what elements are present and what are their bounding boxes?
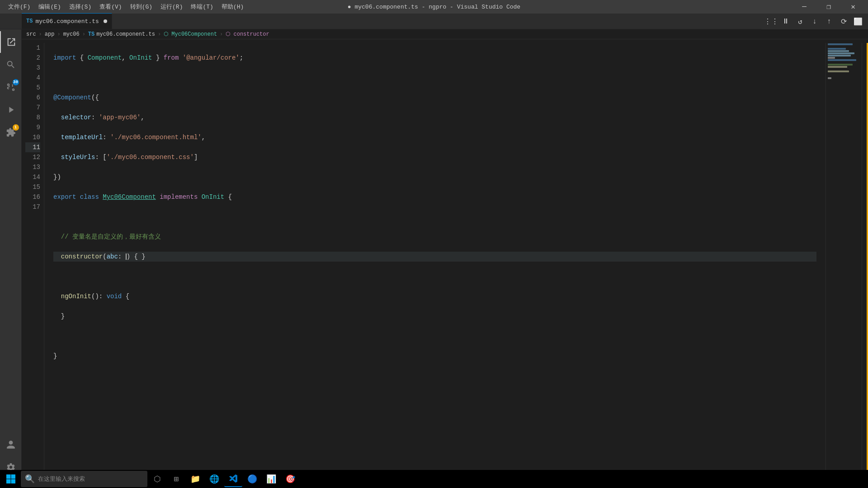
breadcrumb-constructor[interactable]: ⬡ constructor [226,31,269,38]
activity-search[interactable] [0,54,22,75]
activity-source-control[interactable]: 30 [0,76,22,98]
tab-bar: TS myc06.component.ts ⋮⋮ ⏸ ↺ ↓ ↑ ⟳ ⬜ [0,14,868,29]
line-numbers: 1 2 3 4 5 6 7 8 9 10 11 12 13 14 15 16 1 [22,43,44,474]
windows-icon [5,474,16,484]
extra-app-icon: 📊 [266,474,277,484]
code-line-13: ngOnInit(): void { [53,291,816,301]
code-line-16: } [53,351,816,361]
taskbar-cortana[interactable]: ⬡ [148,471,166,487]
menu-run[interactable]: 运行(R) [157,2,186,12]
breadcrumb-app[interactable]: app [45,31,55,38]
editor-tab[interactable]: TS myc06.component.ts [22,13,112,29]
code-line-10: // 变量名是自定义的，最好有含义 [53,232,816,242]
menu-selection[interactable]: 选择(S) [66,2,95,12]
layout-toggle-button[interactable]: ⋮⋮ [765,15,778,28]
red-app-icon: 🎯 [285,474,296,484]
menu-bar: 文件(F) 编辑(E) 选择(S) 查看(V) 转到(G) 运行(R) 终端(T… [5,2,247,12]
code-line-3: @Component({ [53,93,816,103]
code-line-7: }) [53,172,816,182]
taskbar: 🔍 在这里输入来搜索 ⬡ ⊞ 📁 🌐 🔵 📊 🎯 [0,470,868,488]
taskbar-red-app[interactable]: 🎯 [281,471,299,487]
task-view-icon: ⊞ [171,474,182,484]
title-bar: 文件(F) 编辑(E) 选择(S) 查看(V) 转到(G) 运行(R) 终端(T… [0,0,868,14]
menu-file[interactable]: 文件(F) [5,2,34,12]
taskbar-search-icon: 🔍 [24,474,35,484]
menu-edit[interactable]: 编辑(E) [35,2,64,12]
taskbar-file-explorer[interactable]: 📁 [186,471,204,487]
activity-extensions[interactable]: 1 [0,122,22,143]
menu-goto[interactable]: 转到(G) [127,2,156,12]
close-button[interactable]: ✕ [843,0,863,14]
tab-filename: myc06.component.ts [35,18,99,25]
menu-view[interactable]: 查看(V) [96,2,125,12]
code-line-9 [53,212,816,222]
editor-area: src › app › myc06 › TS myc06.component.t… [22,29,868,478]
tab-ts-icon: TS [26,18,33,24]
taskbar-vscode[interactable] [224,471,242,487]
taskbar-extra-app[interactable]: 📊 [262,471,280,487]
taskbar-task-view[interactable]: ⊞ [167,471,185,487]
code-line-12 [53,272,816,282]
right-scrollbar [862,43,868,474]
code-line-11: constructor(abc: ) { } [53,252,816,262]
activity-explorer[interactable] [0,31,22,53]
menu-terminal[interactable]: 终端(T) [187,2,217,12]
breadcrumb: src › app › myc06 › TS myc06.component.t… [22,29,868,39]
breadcrumb-ts[interactable]: TS [88,31,94,38]
code-line-4: selector: 'app-myc06', [53,113,816,122]
chrome-icon: 🔵 [247,474,258,484]
app-container: TS myc06.component.ts ⋮⋮ ⏸ ↺ ↓ ↑ ⟳ ⬜ 30 [0,14,868,488]
tab-modified-dot [104,19,107,23]
code-editor[interactable]: 1 2 3 4 5 6 7 8 9 10 11 12 13 14 15 16 1 [22,39,868,478]
code-line-14: } [53,311,816,321]
content-area: 30 1 src › app › [0,29,868,478]
breadcrumb-filename[interactable]: myc06.component.ts [96,31,155,38]
refresh-button[interactable]: ↺ [794,15,807,28]
activity-run[interactable] [0,99,22,121]
taskbar-search-label: 在这里输入来搜索 [38,475,85,483]
minimize-button[interactable]: — [794,0,815,14]
code-line-17 [53,371,816,381]
arrow-down-button[interactable]: ↓ [808,15,821,28]
activity-bar: 30 1 [0,29,22,478]
breadcrumb-src[interactable]: src [26,31,36,38]
menu-help[interactable]: 帮助(H) [218,2,247,12]
code-line-1: import { Component, OnInit } from '@angu… [53,53,816,63]
breadcrumb-myc06[interactable]: myc06 [63,31,80,38]
cortana-icon: ⬡ [152,474,163,484]
taskbar-browser[interactable]: 🌐 [205,471,223,487]
activity-account[interactable] [0,434,22,455]
pause-button[interactable]: ⏸ [779,15,792,28]
vscode-icon [228,473,239,484]
window-title: ● myc06.component.ts - ngpro - Visual St… [348,4,520,10]
minimap [826,43,862,474]
code-line-6: styleUrls: ['./myc06.component.css'] [53,152,816,162]
window-controls: — ❐ ✕ [794,0,863,14]
code-line-5: templateUrl: './myc06.component.html', [53,132,816,142]
breadcrumb-class[interactable]: ⬡ Myc06Component [164,31,217,38]
code-line-2 [53,73,816,83]
maximize-button[interactable]: ❐ [818,0,839,14]
reload-button[interactable]: ⟳ [837,15,850,28]
top-right-toolbar: ⋮⋮ ⏸ ↺ ↓ ↑ ⟳ ⬜ [761,14,868,29]
file-explorer-icon: 📁 [190,474,201,484]
code-line-15 [53,331,816,341]
code-content[interactable]: import { Component, OnInit } from '@angu… [44,43,826,474]
taskbar-search-bar[interactable]: 🔍 在这里输入来搜索 [21,471,147,487]
taskbar-start[interactable] [2,471,20,487]
browser-icon: 🌐 [209,474,220,484]
extensions-badge: 1 [13,124,19,131]
code-line-8: export class Myc06Component implements O… [53,192,816,202]
arrow-up-button[interactable]: ↑ [823,15,835,28]
source-control-badge: 30 [13,79,19,85]
fullscreen-button[interactable]: ⬜ [852,15,864,28]
taskbar-chrome[interactable]: 🔵 [243,471,261,487]
